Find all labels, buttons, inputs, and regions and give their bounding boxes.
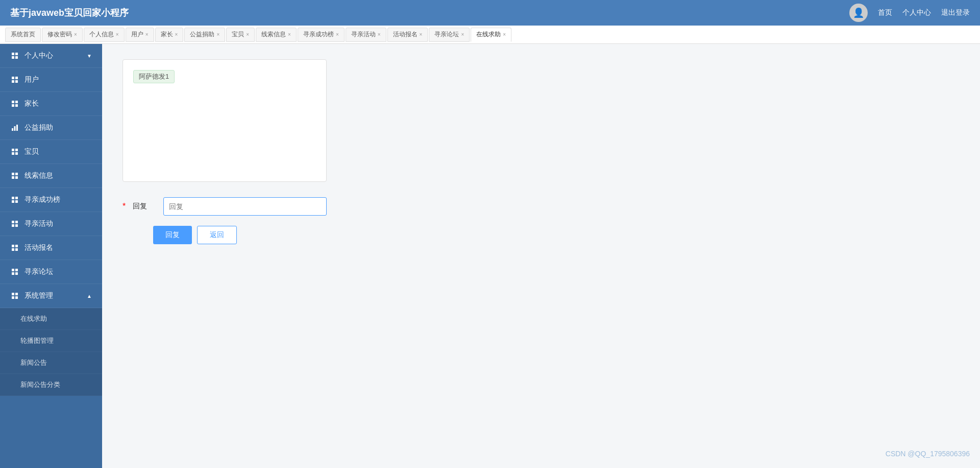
sidebar-item-activity-register[interactable]: 活动报名 [0, 236, 102, 260]
profile-link[interactable]: 个人中心 [902, 8, 931, 17]
sidebar-item-charity[interactable]: 公益捐助 [0, 116, 102, 140]
grid-icon [10, 291, 19, 300]
tab-close-personal-info[interactable]: × [116, 32, 119, 37]
sidebar-subitem-news-notice[interactable]: 新闻公告 [0, 352, 102, 374]
svg-rect-12 [12, 128, 13, 131]
grid-icon [10, 147, 19, 156]
svg-rect-27 [12, 221, 14, 223]
reply-form-row: * 回复 [122, 197, 960, 216]
svg-rect-29 [12, 224, 14, 227]
reply-label: 回复 [133, 202, 158, 211]
grid-icon [10, 267, 19, 276]
svg-rect-25 [12, 200, 14, 203]
submenu-system-management: 在线求助轮播图管理新闻公告新闻公告分类 [0, 308, 102, 396]
message-tag: 阿萨德发1 [133, 70, 175, 83]
tab-item-search-activity[interactable]: 寻亲活动× [346, 28, 386, 42]
tab-close-search-success[interactable]: × [336, 32, 339, 37]
tab-item-parent[interactable]: 家长× [155, 28, 184, 42]
sidebar-item-system-management[interactable]: 系统管理▲ [0, 284, 102, 308]
tab-item-baby[interactable]: 宝贝× [226, 28, 255, 42]
tab-item-change-password[interactable]: 修改密码× [42, 28, 83, 42]
svg-rect-5 [15, 77, 18, 79]
svg-rect-23 [12, 197, 14, 199]
svg-rect-19 [12, 173, 14, 175]
tab-item-system-home[interactable]: 系统首页 [5, 28, 41, 42]
tab-close-baby[interactable]: × [246, 32, 249, 37]
svg-rect-11 [15, 104, 18, 107]
sidebar-item-personal-center[interactable]: 个人中心▼ [0, 44, 102, 68]
svg-rect-31 [12, 245, 14, 247]
svg-rect-40 [15, 293, 18, 295]
sidebar-label-system-management: 系统管理 [24, 291, 53, 300]
tab-item-user[interactable]: 用户× [126, 28, 154, 42]
grid-icon [10, 243, 19, 252]
svg-rect-18 [15, 152, 18, 155]
tab-close-online-help[interactable]: × [503, 32, 506, 37]
reply-button[interactable]: 回复 [153, 226, 192, 244]
tab-close-user[interactable]: × [145, 32, 149, 37]
top-header: 基于javaweb宝贝回家小程序 👤 首页 个人中心 退出登录 [0, 0, 980, 26]
sidebar-item-search-activity[interactable]: 寻亲活动 [0, 212, 102, 236]
sidebar-item-baby[interactable]: 宝贝 [0, 140, 102, 164]
sidebar-item-search-forum[interactable]: 寻亲论坛 [0, 260, 102, 284]
sidebar-label-search-activity: 寻亲活动 [24, 219, 53, 228]
tab-item-charity[interactable]: 公益捐助× [184, 28, 225, 42]
tab-item-search-forum[interactable]: 寻亲论坛× [429, 28, 470, 42]
sidebar-item-user[interactable]: 用户 [0, 68, 102, 92]
header-right: 👤 首页 个人中心 退出登录 [849, 4, 970, 22]
tab-close-parent[interactable]: × [175, 32, 178, 37]
svg-rect-30 [15, 224, 18, 227]
home-link[interactable]: 首页 [878, 8, 892, 17]
sidebar-subitem-carousel-management[interactable]: 轮播图管理 [0, 330, 102, 352]
sidebar-label-personal-center: 个人中心 [24, 51, 53, 60]
grid-icon [10, 219, 19, 228]
tab-close-change-password[interactable]: × [74, 32, 77, 37]
sidebar: 个人中心▼用户家长公益捐助宝贝线索信息寻亲成功榜寻亲活动活动报名寻亲论坛系统管理… [0, 44, 102, 468]
back-button[interactable]: 返回 [197, 226, 237, 244]
svg-rect-37 [12, 272, 14, 275]
tab-item-activity-register[interactable]: 活动报名× [387, 28, 428, 42]
sidebar-label-clue-info: 线索信息 [24, 171, 53, 180]
svg-rect-33 [12, 248, 14, 251]
tab-item-clue-info[interactable]: 线索信息× [256, 28, 297, 42]
sidebar-item-parent[interactable]: 家长 [0, 92, 102, 116]
tab-item-search-success[interactable]: 寻亲成功榜× [298, 28, 345, 42]
svg-rect-39 [12, 293, 14, 295]
sidebar-item-search-success[interactable]: 寻亲成功榜 [0, 188, 102, 212]
sidebar-subitem-online-help[interactable]: 在线求助 [0, 308, 102, 330]
sidebar-label-parent: 家长 [24, 99, 39, 108]
message-box: 阿萨德发1 [122, 59, 327, 182]
svg-rect-13 [14, 126, 16, 131]
tab-close-clue-info[interactable]: × [288, 32, 291, 37]
svg-rect-35 [12, 269, 14, 271]
chevron-up-icon: ▲ [87, 293, 92, 299]
svg-rect-7 [15, 80, 18, 83]
reply-input[interactable] [163, 197, 327, 216]
svg-rect-16 [15, 149, 18, 151]
tab-close-search-activity[interactable]: × [378, 32, 381, 37]
svg-rect-41 [12, 296, 14, 299]
tab-close-activity-register[interactable]: × [420, 32, 423, 37]
svg-rect-20 [15, 173, 18, 175]
sidebar-label-search-success: 寻亲成功榜 [24, 195, 60, 204]
svg-rect-22 [15, 176, 18, 179]
tab-close-search-forum[interactable]: × [461, 32, 464, 37]
sidebar-item-clue-info[interactable]: 线索信息 [0, 164, 102, 188]
svg-rect-9 [15, 101, 18, 103]
content-area: 阿萨德发1 * 回复 回复 返回 [102, 44, 980, 468]
sidebar-label-activity-register: 活动报名 [24, 243, 53, 252]
svg-rect-0 [12, 53, 14, 55]
grid-icon [10, 51, 19, 60]
button-row: 回复 返回 [153, 226, 960, 244]
chart-icon [10, 123, 19, 132]
svg-rect-42 [15, 296, 18, 299]
svg-rect-15 [12, 149, 14, 151]
tab-close-charity[interactable]: × [216, 32, 219, 37]
tab-item-online-help[interactable]: 在线求助× [471, 28, 511, 42]
svg-rect-3 [15, 56, 18, 59]
svg-rect-4 [12, 77, 14, 79]
svg-rect-21 [12, 176, 14, 179]
sidebar-subitem-news-category[interactable]: 新闻公告分类 [0, 374, 102, 396]
logout-link[interactable]: 退出登录 [941, 8, 970, 17]
tab-item-personal-info[interactable]: 个人信息× [84, 28, 125, 42]
